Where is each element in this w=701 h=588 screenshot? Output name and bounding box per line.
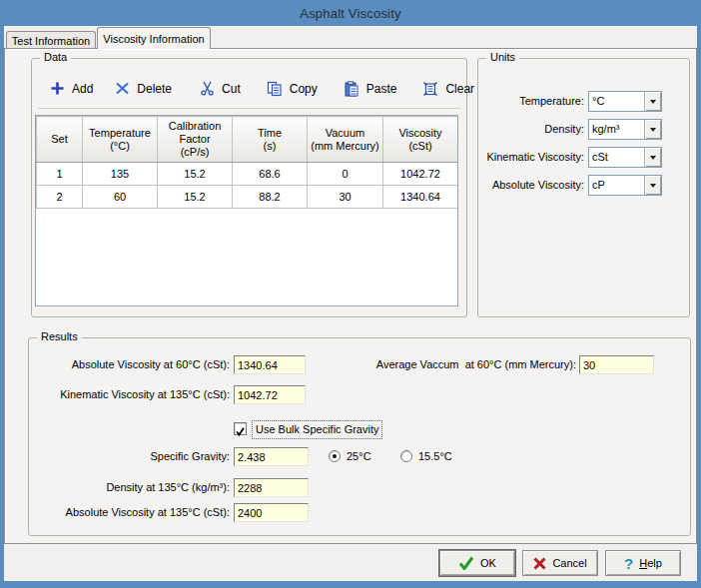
red-x-icon: [533, 557, 546, 570]
cell-calibration[interactable]: 15.2: [158, 163, 233, 186]
radio-25c-label[interactable]: 25°C: [347, 449, 371, 464]
green-check-icon: [458, 556, 474, 570]
cell-time[interactable]: 68.6: [233, 163, 308, 186]
density-unit-select[interactable]: kg/m³: [588, 119, 662, 140]
header-line: Temperature: [83, 127, 157, 140]
table-row: 2 60 15.2 88.2 30 1340.64: [37, 186, 458, 209]
tab-test-information[interactable]: Test Information: [6, 31, 96, 49]
cut-button-label: Cut: [222, 82, 241, 96]
unit-row-temperature: Temperature: °C: [478, 91, 688, 112]
dropdown-button[interactable]: [644, 120, 661, 139]
absolute-viscosity-135-label: Absolute Viscosity at 135°C (cSt):: [29, 503, 230, 522]
kinematic-viscosity-135-field[interactable]: [234, 385, 306, 404]
header-line: (cSt): [383, 140, 457, 153]
average-vacuum-field[interactable]: [579, 355, 654, 374]
use-bulk-specific-gravity-checkbox[interactable]: [234, 422, 247, 435]
header-line: Viscosity: [383, 127, 457, 140]
tab-viscosity-information[interactable]: Viscosity Information: [97, 27, 211, 49]
cell-viscosity[interactable]: 1042.72: [383, 163, 458, 186]
ok-button[interactable]: OK: [439, 550, 515, 576]
cell-vacuum[interactable]: 0: [308, 163, 383, 186]
window-title: Asphalt Viscosity: [300, 6, 400, 21]
header-line: (s): [233, 140, 307, 153]
button-bar: OK Cancel ? Help: [4, 545, 697, 581]
data-toolbar: Add Delete: [38, 69, 460, 109]
data-table-container: Set Temperature (°C) Calibration Factor …: [35, 115, 458, 306]
radio-dot: [333, 454, 337, 458]
header-line: (cP/s): [158, 146, 232, 159]
selected-unit: °C: [589, 92, 644, 111]
add-button-label: Add: [72, 82, 93, 96]
paste-button[interactable]: Paste: [338, 77, 403, 101]
help-button[interactable]: ? Help: [605, 550, 681, 576]
cell-vacuum[interactable]: 30: [308, 186, 383, 209]
cell-set[interactable]: 1: [37, 163, 83, 186]
unit-row-density: Density: kg/m³: [478, 119, 688, 140]
cell-viscosity[interactable]: 1340.64: [383, 186, 458, 209]
add-button[interactable]: Add: [44, 77, 99, 100]
header-line: Set: [37, 133, 82, 146]
header-line: (°C): [83, 140, 157, 153]
data-group-label: Data: [40, 51, 71, 63]
cancel-button-label: Cancel: [552, 557, 586, 569]
delete-button[interactable]: Delete: [109, 77, 178, 100]
copy-button[interactable]: Copy: [261, 77, 324, 101]
radio-15-5c-label[interactable]: 15.5°C: [418, 449, 452, 464]
chevron-down-icon: [650, 156, 656, 160]
header-line: Vacuum: [308, 127, 382, 140]
col-header-time: Time (s): [233, 117, 308, 163]
cell-temperature[interactable]: 135: [83, 163, 158, 186]
radio-15-5c[interactable]: [400, 450, 412, 462]
cell-temperature[interactable]: 60: [83, 186, 158, 209]
header-line: (mm Mercury): [308, 140, 382, 153]
density-unit-label: Density:: [481, 119, 584, 140]
cell-calibration[interactable]: 15.2: [158, 186, 233, 209]
absolute-viscosity-unit-label: Absolute Viscosity:: [481, 175, 584, 196]
dropdown-button[interactable]: [644, 92, 661, 111]
absolute-viscosity-60-field[interactable]: [234, 355, 306, 374]
absolute-viscosity-unit-select[interactable]: cP: [588, 175, 662, 196]
table-header-row: Set Temperature (°C) Calibration Factor …: [37, 117, 458, 163]
delete-button-label: Delete: [137, 82, 172, 96]
copy-button-label: Copy: [290, 82, 318, 96]
specific-gravity-field[interactable]: [234, 447, 309, 466]
selected-unit: kg/m³: [589, 120, 644, 139]
kinematic-viscosity-unit-select[interactable]: cSt: [588, 147, 662, 168]
units-groupbox: Units Temperature: °C Density: kg/m³: [477, 58, 690, 317]
use-bulk-specific-gravity-label[interactable]: Use Bulk Specific Gravity: [252, 420, 382, 439]
header-line: Factor: [158, 133, 232, 146]
question-mark-icon: ?: [624, 556, 633, 571]
document-clear-icon: [422, 81, 438, 97]
col-header-viscosity: Viscosity (cSt): [383, 117, 458, 163]
selected-unit: cSt: [589, 148, 644, 167]
dialog-body: Test Information Viscosity Information D…: [4, 26, 697, 581]
tab-label: Test Information: [12, 35, 90, 47]
header-line: Time: [233, 127, 307, 140]
unit-row-kinematic-viscosity: Kinematic Viscosity: cSt: [478, 147, 688, 168]
radio-25c[interactable]: [329, 450, 341, 462]
chevron-down-icon: [650, 100, 656, 104]
density-135-field[interactable]: [234, 478, 309, 497]
col-header-temperature: Temperature (°C): [83, 117, 158, 163]
kinematic-viscosity-unit-label: Kinematic Viscosity:: [481, 147, 584, 168]
cell-set[interactable]: 2: [37, 186, 83, 209]
results-groupbox: Results Absolute Viscosity at 60°C (cSt)…: [28, 337, 691, 536]
dropdown-button[interactable]: [644, 176, 661, 195]
cancel-button[interactable]: Cancel: [522, 550, 598, 576]
check-icon: [235, 426, 246, 437]
selected-unit: cP: [589, 176, 644, 195]
temperature-unit-select[interactable]: °C: [588, 91, 662, 112]
dialog-window: Asphalt Viscosity Test Information Visco…: [0, 0, 701, 588]
cell-time[interactable]: 88.2: [233, 186, 308, 209]
temperature-unit-label: Temperature:: [481, 91, 584, 112]
help-button-label: Help: [639, 557, 662, 569]
cut-button[interactable]: Cut: [194, 77, 247, 100]
clear-button[interactable]: Clear: [416, 77, 480, 101]
data-table: Set Temperature (°C) Calibration Factor …: [36, 116, 458, 209]
plus-icon: [50, 81, 65, 96]
paste-button-label: Paste: [366, 82, 397, 96]
clear-button-label: Clear: [445, 82, 474, 96]
dropdown-button[interactable]: [644, 148, 661, 167]
absolute-viscosity-135-field[interactable]: [234, 503, 309, 522]
chevron-down-icon: [650, 128, 656, 132]
